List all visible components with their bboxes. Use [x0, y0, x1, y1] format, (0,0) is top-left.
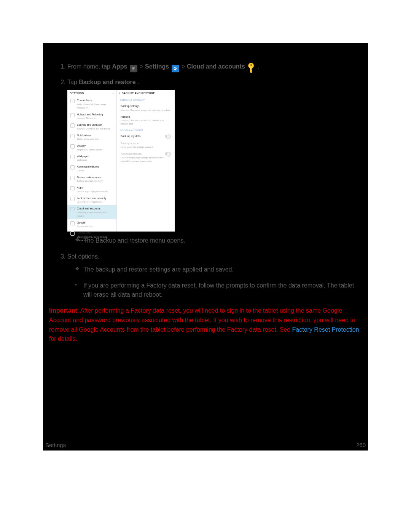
step-2-bold: Backup and restore: [79, 79, 135, 85]
screenshot-right-pane: ‹ BACKUP AND RESTORE SAMSUNG ACCOUNT Bac…: [117, 90, 175, 232]
screenshot-left-title: SETTINGS: [70, 91, 84, 96]
list-item-icon: [70, 99, 75, 103]
section-google: GOOGLE ACCOUNT: [117, 127, 175, 133]
row-backup-account-t: Backup account: [121, 142, 171, 146]
list-item-icon: [70, 197, 75, 201]
row-backup-settings-t: Backup settings: [121, 104, 171, 109]
settings-screenshot: SETTINGS ⌕ ConnectionsWi-Fi, Bluetooth, …: [67, 90, 175, 232]
list-item-sub: Games: [77, 169, 99, 173]
step-2-results: The Backup and restore menu opens.: [67, 236, 362, 245]
list-item-text: Advanced featuresGames: [77, 165, 99, 173]
list-item-icon: [70, 221, 75, 225]
list-item-title: Sounds and vibration: [77, 123, 110, 127]
list-item-sub: Hotspot, Tethering: [77, 117, 103, 120]
row-backup-settings-s: Use your Samsung account to back up your…: [121, 109, 171, 112]
back-icon: ‹: [119, 91, 120, 96]
factory-reset-protection-link[interactable]: Factory Reset Protection: [292, 326, 359, 333]
step-1: From home, tap Apps ⊞ > Settings ⚙ > Clo…: [67, 62, 362, 72]
screenshot-right-header: ‹ BACKUP AND RESTORE: [117, 90, 175, 97]
important-note: Important: After performing a Factory da…: [49, 306, 362, 344]
list-item: Device maintenanceBattery, Storage, Memo…: [67, 174, 116, 185]
list-item-text: DisplayBrightness, Home screen: [77, 144, 102, 152]
list-item-title: Advanced features: [77, 165, 99, 169]
important-colon: :: [77, 307, 80, 314]
list-item-title: Hotspot and Tethering: [77, 113, 103, 117]
list-item-icon: [70, 113, 75, 117]
list-item-sub: Wi-Fi, Bluetooth, Data usage, Airplane m…: [77, 103, 113, 110]
list-item: AppsDefault apps, App permissions: [67, 184, 116, 195]
list-item: Lock screen and securityLock screen, Fin…: [67, 195, 116, 206]
list-item: NotificationsBlock, allow, prioritize: [67, 132, 116, 143]
list-item: Advanced featuresGames: [67, 163, 116, 174]
document-body: From home, tap Apps ⊞ > Settings ⚙ > Clo…: [43, 43, 368, 451]
list-item-icon: [70, 155, 75, 159]
step-3-result-1: The backup and restore settings are appl…: [75, 265, 362, 274]
step-3-results-b: If you are performing a Factory data res…: [67, 281, 362, 299]
row-back-up-my-data: Back up my data: [117, 133, 175, 140]
screenshot-left-list: ConnectionsWi-Fi, Bluetooth, Data usage,…: [67, 97, 116, 244]
step-1-apps: Apps: [112, 63, 127, 70]
apps-icon: ⊞: [130, 65, 137, 72]
list-item-icon: [70, 186, 75, 190]
list-item-text: Device maintenanceBattery, Storage, Memo…: [77, 176, 103, 183]
step-1-sep1: >: [140, 63, 145, 70]
step-3-text: Set options.: [67, 253, 100, 260]
list-item-text: NotificationsBlock, allow, prioritize: [77, 134, 99, 141]
list-item-text: Hotspot and TetheringHotspot, Tethering: [77, 113, 103, 120]
list-item-title: Display: [77, 144, 102, 148]
step-1-cloud: Cloud and accounts: [187, 63, 245, 70]
list-item-text: Lock screen and securityLock screen, Fin…: [77, 197, 106, 204]
list-item-title: Cloud and accounts: [77, 207, 113, 211]
step-3: Set options. The backup and restore sett…: [67, 252, 362, 299]
row-backup-account: Backup account Need to set the backup ac…: [117, 140, 175, 151]
list-item: ConnectionsWi-Fi, Bluetooth, Data usage,…: [67, 97, 116, 111]
list-item: Hotspot and TetheringHotspot, Tethering: [67, 111, 116, 122]
list-item-title: Google: [77, 221, 93, 225]
screenshot-right-title: BACKUP AND RESTORE: [122, 91, 155, 96]
list-item-title: Lock screen and security: [77, 197, 106, 201]
list-item-icon: [70, 165, 75, 169]
step-3-result-2: If you are performing a Factory data res…: [75, 281, 362, 299]
row-backup-account-s: Need to set the backup account: [121, 145, 171, 149]
list-item-sub: Google settings: [77, 225, 93, 228]
page-footer: Settings 260: [43, 442, 368, 448]
important-lead: Important: [49, 307, 77, 314]
list-item-icon: [70, 207, 75, 211]
key-icon: 🔑: [246, 62, 256, 73]
list-item: Cloud and accountsSamsung Cloud, Backup …: [67, 205, 116, 219]
list-item-title: Connections: [77, 99, 113, 103]
row-restore-t: Restore: [121, 115, 171, 119]
screenshot-left-header: SETTINGS ⌕: [67, 90, 116, 97]
list-item-title: Device maintenance: [77, 176, 103, 180]
list-item-title: Accessibility: [77, 231, 113, 235]
step-1-sep2: >: [182, 63, 187, 70]
list-item-sub: Samsung Cloud, Backup and restore: [77, 211, 113, 218]
row-auto-restore-t: Automatic restore: [121, 152, 171, 156]
settings-icon: ⚙: [172, 65, 179, 72]
footer-page-number: 260: [356, 442, 366, 448]
list-item: GoogleGoogle settings: [67, 219, 116, 230]
list-item-sub: Default apps, App permissions: [77, 190, 108, 193]
list-item-icon: [70, 134, 75, 138]
list-item-title: Notifications: [77, 134, 99, 138]
step-2-prefix: Tap: [67, 79, 79, 85]
row-backup-settings: Backup settings Use your Samsung account…: [117, 103, 175, 113]
footer-section: Settings: [45, 442, 66, 448]
list-item-title: Wallpaper: [77, 155, 89, 159]
list-item-icon: [70, 123, 75, 128]
list-item: DisplayBrightness, Home screen: [67, 142, 116, 153]
list-item-sub: Battery, Storage, Memory: [77, 179, 103, 183]
step-1-prefix: From home, tap: [67, 63, 112, 70]
step-2-result-1: The Backup and restore menu opens.: [75, 236, 362, 245]
list-item-text: GoogleGoogle settings: [77, 221, 93, 228]
row-restore-s: Use your Samsung account to restore your…: [121, 119, 171, 126]
list-item-sub: Wallpaper: [77, 158, 89, 162]
list-item-text: Sounds and vibrationSounds, Vibration, D…: [77, 123, 110, 131]
screenshot-left-pane: SETTINGS ⌕ ConnectionsWi-Fi, Bluetooth, …: [67, 90, 117, 232]
numbered-steps: From home, tap Apps ⊞ > Settings ⚙ > Clo…: [49, 62, 362, 299]
row-auto-restore-s: Restore backed up settings and data when…: [121, 156, 171, 163]
step-2: Tap Backup and restore . SETTINGS ⌕ Conn…: [67, 78, 362, 245]
list-item-text: Cloud and accountsSamsung Cloud, Backup …: [77, 207, 113, 218]
search-icon: ⌕: [113, 91, 114, 96]
list-item-icon: [70, 232, 75, 236]
